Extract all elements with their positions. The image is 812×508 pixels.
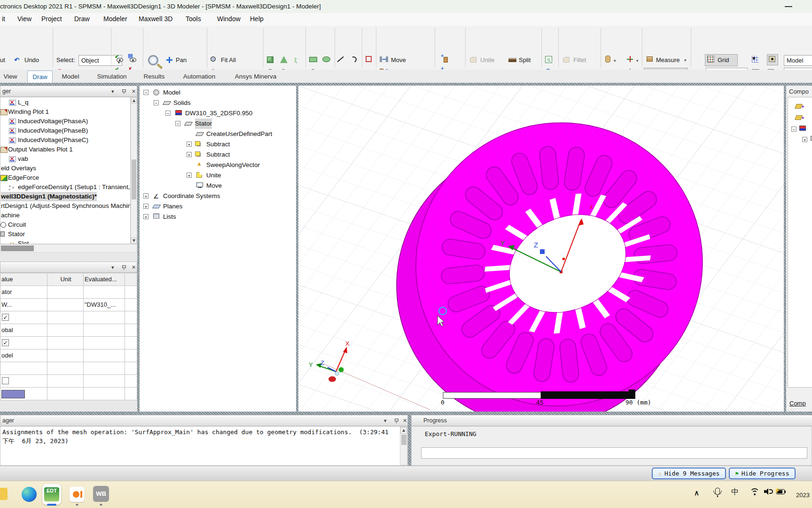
- draw-ellipse-icon[interactable]: [322, 56, 330, 62]
- electronics-desktop-icon[interactable]: EDT: [42, 484, 61, 505]
- tab-results[interactable]: Results: [142, 71, 166, 82]
- tray-chevron-icon[interactable]: ∧: [694, 489, 699, 497]
- ime-indicator[interactable]: 中: [731, 487, 739, 497]
- panel-close-icon[interactable]: ✕: [132, 88, 136, 94]
- hide-progress-button[interactable]: ⚑ Hide Progress: [729, 468, 796, 479]
- expand-box[interactable]: +: [187, 173, 192, 178]
- sweep-along-vector-icon[interactable]: →: [545, 56, 552, 63]
- properties-cell[interactable]: [84, 349, 125, 362]
- properties-cell[interactable]: [84, 388, 125, 400]
- expand-box[interactable]: −: [143, 90, 148, 95]
- edge-browser-icon[interactable]: [22, 487, 37, 502]
- expand-box[interactable]: +: [187, 142, 192, 147]
- snap-vertex-icon[interactable]: [769, 56, 775, 62]
- model-tree-item[interactable]: +Planes: [140, 201, 295, 212]
- model-tree-item[interactable]: +Lists: [140, 212, 295, 222]
- model-tree-item[interactable]: SweepAlongVector: [140, 160, 295, 170]
- properties-close-icon[interactable]: ✕: [132, 264, 136, 270]
- draw-cone-icon[interactable]: [280, 56, 288, 63]
- properties-cell[interactable]: [125, 388, 137, 400]
- draw-helix-icon[interactable]: ξ: [294, 54, 297, 66]
- expand-box[interactable]: +: [802, 137, 807, 142]
- fit-all-button[interactable]: Fit All: [221, 54, 236, 66]
- properties-cell[interactable]: [125, 311, 137, 324]
- properties-cell[interactable]: ✓: [0, 337, 47, 349]
- properties-cell[interactable]: [125, 375, 137, 388]
- component-bottom-tab[interactable]: Comp: [789, 400, 806, 407]
- clock[interactable]: 2023: [796, 492, 810, 499]
- project-tree-item[interactable]: Circuit: [0, 220, 130, 230]
- menu-item-modeler[interactable]: Modeler: [103, 15, 127, 23]
- split-button[interactable]: Split: [519, 54, 531, 66]
- wifi-icon[interactable]: [750, 488, 759, 495]
- workbench-icon[interactable]: WB: [93, 486, 109, 502]
- message-list[interactable]: Assignments of the mesh operation: 'Surf…: [0, 426, 408, 466]
- expand-box[interactable]: −: [165, 111, 171, 116]
- properties-cell[interactable]: W...: [0, 299, 47, 311]
- properties-cell[interactable]: [47, 388, 84, 400]
- project-tree-item[interactable]: rtDesign1 (Adjust-Speed Synchronous Mach…: [0, 201, 130, 211]
- project-tree-item[interactable]: Winding Plot 1: [0, 107, 130, 117]
- menu-item-window[interactable]: Window: [217, 15, 241, 23]
- tab-automation[interactable]: Automation: [181, 71, 217, 82]
- pan-button[interactable]: Pan: [176, 54, 187, 66]
- message-scrollbar[interactable]: ▲: [400, 427, 407, 465]
- cross-section-icon[interactable]: [605, 56, 610, 63]
- properties-cell[interactable]: odel: [0, 349, 47, 362]
- properties-cell[interactable]: [125, 286, 137, 299]
- project-tree-item[interactable]: Output Variables Plot 1: [0, 145, 130, 154]
- properties-cell[interactable]: [47, 375, 84, 388]
- properties-cell[interactable]: ator: [0, 286, 47, 299]
- menu-item-it[interactable]: it: [2, 15, 5, 23]
- properties-cell[interactable]: [47, 286, 84, 299]
- model-tree-item[interactable]: Move: [140, 181, 295, 191]
- zoom-icon[interactable]: [148, 55, 158, 65]
- properties-cell[interactable]: [47, 299, 84, 311]
- expand-box[interactable]: −: [791, 127, 796, 132]
- component-item-icon[interactable]: [795, 115, 803, 120]
- properties-cell[interactable]: [47, 324, 84, 337]
- model-tree-item[interactable]: +Subtract: [140, 139, 295, 150]
- model-tree-item[interactable]: +Subtract: [140, 150, 295, 160]
- properties-cell[interactable]: [84, 337, 125, 349]
- tab-simulation[interactable]: Simulation: [96, 71, 127, 82]
- properties-cell[interactable]: [125, 299, 137, 311]
- create-region-icon[interactable]: [366, 56, 372, 62]
- expand-box[interactable]: +: [187, 152, 192, 157]
- coordinate-system-icon[interactable]: [627, 56, 633, 63]
- properties-cell[interactable]: [84, 362, 125, 375]
- properties-cell[interactable]: [47, 311, 84, 324]
- properties-cell[interactable]: [47, 349, 84, 362]
- properties-cell[interactable]: [0, 375, 47, 388]
- tab-draw[interactable]: Draw: [27, 71, 53, 83]
- properties-cell[interactable]: obal: [0, 324, 47, 337]
- model-tree-item[interactable]: −Solids: [140, 98, 295, 108]
- model-tree-item[interactable]: +Coordinate Systems: [140, 191, 295, 201]
- expand-box[interactable]: −: [154, 100, 159, 105]
- project-tree-item[interactable]: eld Overlays: [0, 164, 130, 173]
- model-tree-item[interactable]: CreateUserDefinedPart: [140, 129, 295, 139]
- properties-cell[interactable]: [125, 337, 137, 349]
- properties-cell[interactable]: ✓: [0, 311, 47, 324]
- menu-item-project[interactable]: Project: [41, 15, 62, 23]
- project-tree-item[interactable]: EdgeForce: [0, 173, 130, 183]
- draw-box-icon[interactable]: [267, 56, 273, 63]
- unite-button[interactable]: Unite: [480, 54, 494, 66]
- properties-cell[interactable]: [0, 388, 47, 400]
- tab-view[interactable]: View: [2, 71, 18, 82]
- properties-cell[interactable]: [47, 362, 84, 375]
- project-tree-item[interactable]: achine: [0, 211, 130, 220]
- properties-cell[interactable]: [0, 362, 47, 375]
- project-tree-item[interactable]: Stator: [0, 230, 130, 239]
- message-collapse-icon[interactable]: ▾: [384, 418, 387, 423]
- panel-pin-icon[interactable]: [122, 89, 126, 94]
- project-tree-item[interactable]: L_q: [0, 98, 130, 107]
- move-button[interactable]: Move: [391, 54, 406, 66]
- hide-messages-button[interactable]: ⚠ Hide 9 Messages: [652, 468, 726, 479]
- draw-rectangle-icon[interactable]: [309, 57, 317, 62]
- duplicate-along-line-icon[interactable]: [444, 57, 448, 63]
- menu-item-draw[interactable]: Draw: [74, 15, 90, 23]
- show-window-icon[interactable]: [130, 58, 136, 62]
- properties-cell[interactable]: [84, 375, 125, 388]
- volume-icon[interactable]: [764, 488, 773, 495]
